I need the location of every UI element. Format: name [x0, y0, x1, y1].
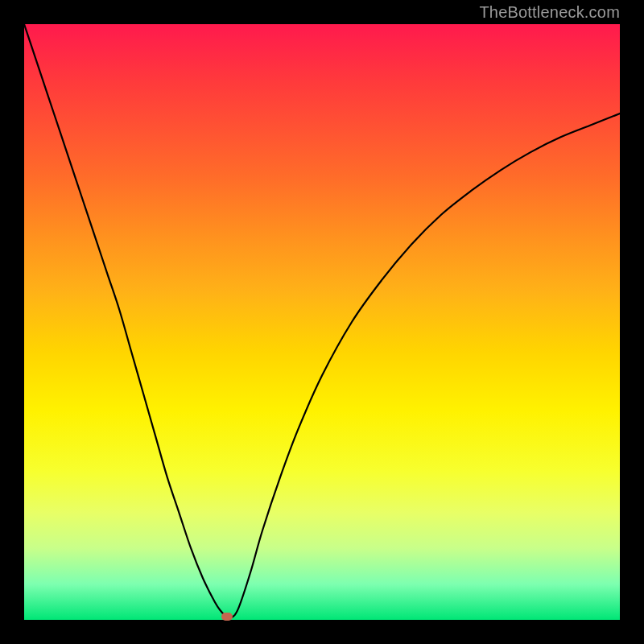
- bottleneck-curve: [24, 24, 620, 620]
- optimum-marker: [221, 613, 233, 621]
- chart-frame: TheBottleneck.com: [0, 0, 644, 644]
- plot-area: [24, 24, 620, 620]
- watermark-text: TheBottleneck.com: [479, 3, 620, 22]
